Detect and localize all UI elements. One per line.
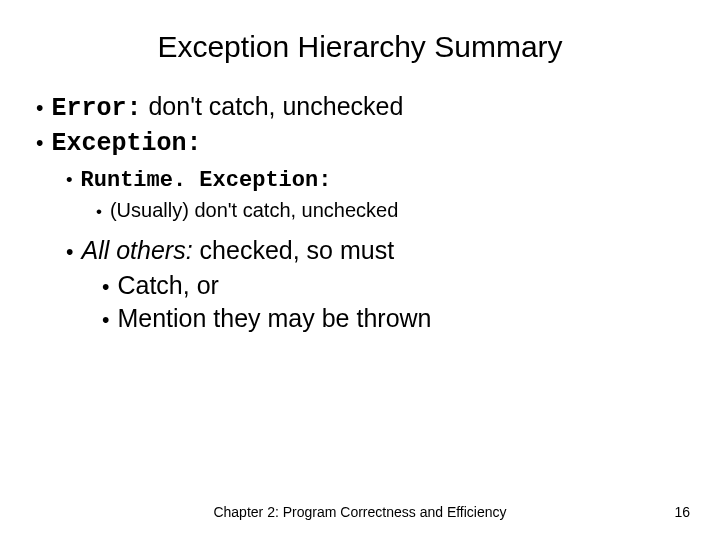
bullet-runtime: • Runtime. Exception:	[66, 168, 690, 193]
others-text: checked, so must	[193, 236, 394, 264]
slide: Exception Hierarchy Summary • Error: don…	[0, 0, 720, 540]
exception-code-label: Exception:	[51, 129, 201, 158]
bullet-dot-icon: •	[36, 131, 43, 156]
bullet-dot-icon: •	[102, 275, 109, 300]
bullet-dot-icon: •	[96, 202, 102, 222]
runtime-code-label: Runtime. Exception:	[81, 168, 332, 193]
bullet-error: • Error: don't catch, unchecked	[36, 92, 690, 123]
footer-text: Chapter 2: Program Correctness and Effic…	[30, 504, 690, 520]
bullet-dot-icon: •	[66, 240, 73, 265]
mention-text: Mention they may be thrown	[117, 304, 431, 333]
error-code-label: Error:	[51, 94, 141, 123]
bullet-catch: • Catch, or	[102, 271, 690, 300]
slide-footer: Chapter 2: Program Correctness and Effic…	[0, 504, 720, 520]
bullet-exception: • Exception:	[36, 129, 690, 158]
slide-title: Exception Hierarchy Summary	[30, 30, 690, 64]
catch-text: Catch, or	[117, 271, 218, 300]
slide-content: • Error: don't catch, unchecked • Except…	[30, 92, 690, 333]
bullet-text: Error: don't catch, unchecked	[51, 92, 403, 123]
bullet-dot-icon: •	[66, 169, 73, 191]
page-number: 16	[674, 504, 690, 520]
bullet-text: All others: checked, so must	[81, 236, 394, 265]
bullet-runtime-sub: • (Usually) don't catch, unchecked	[96, 199, 690, 222]
bullet-mention: • Mention they may be thrown	[102, 304, 690, 333]
bullet-dot-icon: •	[36, 96, 43, 121]
error-text: don't catch, unchecked	[141, 92, 403, 120]
bullet-others: • All others: checked, so must	[66, 236, 690, 265]
others-italic-label: All others:	[81, 236, 192, 264]
bullet-dot-icon: •	[102, 308, 109, 333]
runtime-sub-text: (Usually) don't catch, unchecked	[110, 199, 398, 222]
